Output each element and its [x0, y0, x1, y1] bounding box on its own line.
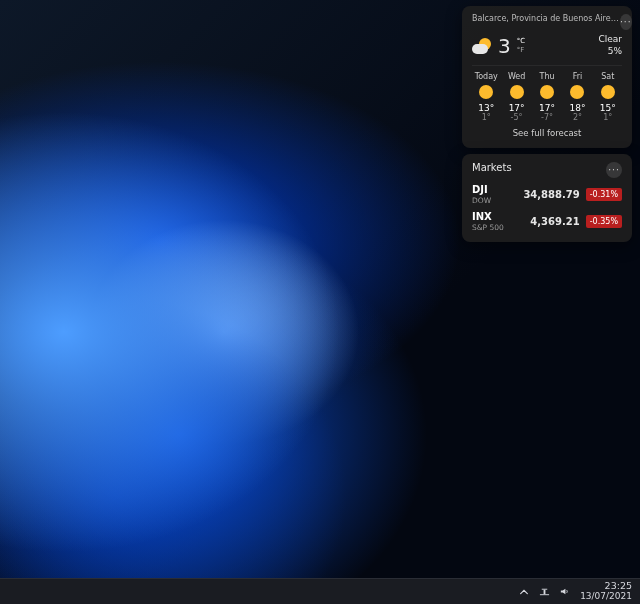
market-symbol: INX — [472, 211, 504, 223]
market-name: DOW — [472, 196, 491, 205]
weather-more-button[interactable]: ··· — [620, 14, 632, 30]
weather-now-left: 3 °C °F — [472, 35, 525, 57]
markets-widget[interactable]: Markets ··· DJI DOW 34,888.79 -0.31% INX… — [462, 154, 632, 242]
system-tray — [518, 586, 570, 598]
market-value: 34,888.79 — [523, 189, 579, 200]
market-row[interactable]: INX S&P 500 4,369.21 -0.35% — [472, 211, 622, 232]
weather-condition: Clear — [598, 34, 622, 46]
speaker-icon[interactable] — [558, 586, 570, 598]
taskbar[interactable]: 23:25 13/07/2021 — [0, 578, 640, 604]
day-name: Thu — [533, 72, 561, 81]
unit-celsius[interactable]: °C — [517, 37, 525, 45]
unit-fahrenheit[interactable]: °F — [517, 46, 525, 54]
network-icon[interactable] — [538, 586, 550, 598]
day-low: 1° — [472, 113, 500, 122]
sunny-icon — [570, 85, 584, 99]
weather-precip: 5% — [598, 46, 622, 58]
weather-now: 3 °C °F Clear 5% — [472, 34, 622, 57]
markets-more-button[interactable]: ··· — [606, 162, 622, 178]
day-high: 17° — [502, 103, 530, 113]
day-name: Fri — [563, 72, 591, 81]
day-low: -7° — [533, 113, 561, 122]
day-high: 17° — [533, 103, 561, 113]
svg-rect-2 — [541, 589, 547, 590]
weather-units[interactable]: °C °F — [517, 37, 525, 54]
sunny-icon — [479, 85, 493, 99]
svg-rect-1 — [543, 590, 545, 595]
day-low: 2° — [563, 113, 591, 122]
market-change: -0.35% — [586, 215, 622, 228]
weather-now-right: Clear 5% — [598, 34, 622, 57]
forecast-day[interactable]: Wed 17° -5° — [502, 72, 530, 122]
market-left: INX S&P 500 — [472, 211, 504, 232]
partly-cloudy-icon — [472, 35, 494, 57]
forecast-day[interactable]: Thu 17° -7° — [533, 72, 561, 122]
taskbar-clock[interactable]: 23:25 13/07/2021 — [580, 581, 632, 601]
market-name: S&P 500 — [472, 223, 504, 232]
market-left: DJI DOW — [472, 184, 491, 205]
day-high: 13° — [472, 103, 500, 113]
forecast-day[interactable]: Fri 18° 2° — [563, 72, 591, 122]
markets-rows: DJI DOW 34,888.79 -0.31% INX S&P 500 4,3… — [472, 184, 622, 232]
see-full-forecast-link[interactable]: See full forecast — [472, 128, 622, 138]
desktop[interactable]: Balcarce, Provincia de Buenos Aires, ...… — [0, 0, 640, 604]
forecast-day[interactable]: Today 13° 1° — [472, 72, 500, 122]
day-high: 18° — [563, 103, 591, 113]
chevron-up-icon[interactable] — [518, 586, 530, 598]
sunny-icon — [540, 85, 554, 99]
day-high: 15° — [594, 103, 622, 113]
market-row[interactable]: DJI DOW 34,888.79 -0.31% — [472, 184, 622, 205]
market-change: -0.31% — [586, 188, 622, 201]
day-low: 1° — [594, 113, 622, 122]
weather-header-left: Balcarce, Provincia de Buenos Aires, ... — [472, 14, 620, 23]
sunny-icon — [601, 85, 615, 99]
market-symbol: DJI — [472, 184, 491, 196]
taskbar-date: 13/07/2021 — [580, 592, 632, 602]
markets-header: Markets ··· — [472, 162, 622, 178]
forecast-day[interactable]: Sat 15° 1° — [594, 72, 622, 122]
weather-temp: 3 — [498, 36, 511, 56]
weather-header: Balcarce, Provincia de Buenos Aires, ...… — [472, 14, 622, 30]
day-name: Sat — [594, 72, 622, 81]
day-name: Today — [472, 72, 500, 81]
markets-title: Markets — [472, 162, 512, 173]
weather-location: Balcarce, Provincia de Buenos Aires, ... — [472, 14, 620, 23]
market-value: 4,369.21 — [530, 216, 579, 227]
weather-forecast-days: Today 13° 1° Wed 17° -5° Thu 17° -7° — [472, 65, 622, 122]
widgets-panel: Balcarce, Provincia de Buenos Aires, ...… — [462, 6, 632, 242]
weather-widget[interactable]: Balcarce, Provincia de Buenos Aires, ...… — [462, 6, 632, 148]
svg-rect-0 — [540, 594, 549, 595]
day-name: Wed — [502, 72, 530, 81]
day-low: -5° — [502, 113, 530, 122]
sunny-icon — [510, 85, 524, 99]
